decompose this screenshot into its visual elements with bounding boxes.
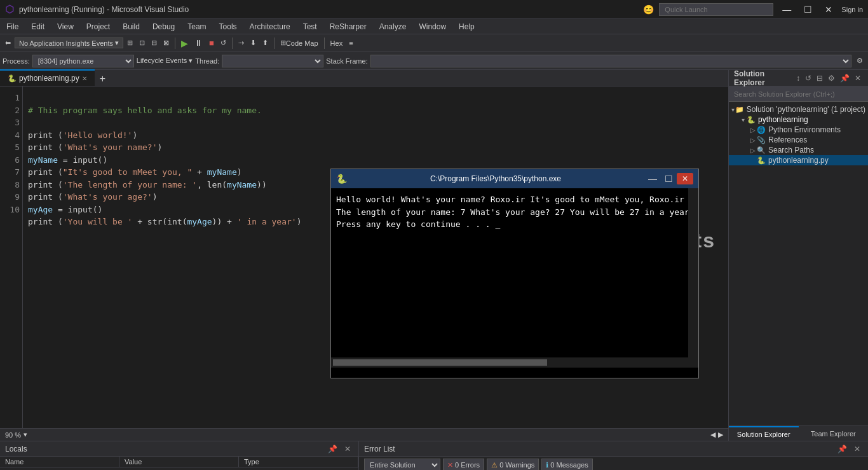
py-file-label: pythonlearning.py [768,156,829,165]
step-over[interactable]: ⇢ [236,38,247,48]
se-sync[interactable]: ↕ [794,73,802,83]
menu-help[interactable]: Help [452,19,481,34]
se-header: Solution Explorer ↕ ↺ ⊟ ⚙ 📌 ✕ [729,70,868,86]
se-properties[interactable]: ⚙ [826,73,837,83]
toolbar-icon3[interactable]: ⊟ [149,38,159,48]
tree-solution[interactable]: ▾ 📁 Solution 'pythonlearning' (1 project… [729,104,868,114]
python-hscrollbar[interactable] [331,357,688,368]
quick-launch-input[interactable] [659,3,773,16]
no-app-insights-button[interactable]: No Application Insights Events ▾ [15,38,123,48]
menu-project[interactable]: Project [80,19,116,34]
menu-team[interactable]: Team [181,19,212,34]
menu-tools[interactable]: Tools [213,19,243,34]
step-into[interactable]: ⬇ [248,38,259,48]
col-value: Value [119,457,239,467]
tab-name: pythonlearning.py [19,74,79,83]
locals-pin[interactable]: 📌 [325,444,340,454]
menu-window[interactable]: Window [412,19,452,34]
menu-architecture[interactable]: Architecture [243,19,297,34]
stack-select[interactable] [370,55,851,67]
lifecycle-label: Lifecycle Events ▾ [137,57,193,65]
python-maximize[interactable]: ☐ [661,172,677,185]
scroll-left-icon[interactable]: ◀ [710,431,715,439]
bottom-area: Locals 📌 ✕ Name Value Type Autos Locals … [0,441,868,470]
tree-project[interactable]: ▾ 🐍 pythonlearning [729,114,868,125]
toolbar-more[interactable]: ≡ [346,38,355,48]
new-tab-button[interactable]: + [97,72,108,86]
hex-label: Hex [328,39,346,47]
se-pin[interactable]: 📌 [838,73,851,83]
expand-icon: ▷ [749,127,757,134]
locals-close[interactable]: ✕ [342,444,353,454]
tree-references[interactable]: ▷ 📎 References [729,135,868,145]
debug-bar: Process: [8304] python.exe Lifecycle Eve… [0,52,868,70]
process-select[interactable]: [8304] python.exe [32,55,134,67]
code-map-button[interactable]: ⊞ Code Map [278,38,321,48]
thread-label: Thread: [195,57,219,65]
tree-search-paths[interactable]: ▷ 🔍 Search Paths [729,145,868,155]
stop-button[interactable]: ■ [207,37,217,49]
se-close[interactable]: ✕ [853,73,863,83]
info-icon: ℹ [546,461,548,469]
python-close[interactable]: ✕ [677,173,693,184]
editor-tab-active[interactable]: 🐍 pythonlearning.py ✕ [0,69,95,86]
se-footer-tab-team[interactable]: Team Explorer [799,426,869,441]
menu-test[interactable]: Test [297,19,323,34]
no-app-insights-label: No Application Insights Events [19,39,113,47]
python-title-icon: 🐍 [336,174,347,184]
title-bar-right: 😊 — ☐ ✕ Sign in [643,3,863,16]
se-collapse[interactable]: ⊟ [815,73,825,83]
tab-close-icon[interactable]: ✕ [82,75,87,82]
sign-in-button[interactable]: Sign in [841,6,863,13]
scroll-right-icon[interactable]: ▶ [718,431,723,439]
stack-label: Stack Frame: [326,57,367,65]
line-numbers: 12345 678910 [0,86,23,428]
tree-python-environments[interactable]: ▷ 🌐 Python Environments [729,125,868,135]
solution-explorer: Solution Explorer ↕ ↺ ⊟ ⚙ 📌 ✕ ▾ 📁 Soluti… [728,70,868,441]
menu-resharper[interactable]: ReSharper [323,19,373,34]
python-minimize[interactable]: — [644,172,661,185]
se-toolbar: ↕ ↺ ⊟ ⚙ 📌 ✕ [794,73,863,83]
close-button[interactable]: ✕ [821,3,836,16]
se-footer: Solution Explorer Team Explorer [729,425,868,441]
maximize-button[interactable]: ☐ [800,3,816,16]
title-bar-title: pythonlearning (Running) - Microsoft Vis… [19,5,189,14]
step-out[interactable]: ⬆ [260,38,271,48]
tree-py-file[interactable]: 🐍 pythonlearning.py [729,155,868,165]
error-panel: Error List 📌 ✕ Entire Solution ✕ 0 Error… [359,441,868,470]
thread-select[interactable] [222,55,323,67]
se-search-input[interactable] [729,86,868,102]
zoom-level: 90 % [5,431,21,439]
menu-debug[interactable]: Debug [146,19,181,34]
se-refresh[interactable]: ↺ [803,73,813,83]
error-close[interactable]: ✕ [851,444,863,454]
toolbar-back[interactable]: ⬅ [3,38,13,48]
search-paths-label: Search Paths [768,146,814,155]
play-button[interactable]: ▶ [179,37,191,50]
error-scope-select[interactable]: Entire Solution [364,459,440,470]
vs-logo-icon: ⬡ [5,3,14,15]
debug-settings[interactable]: ⚙ [854,55,865,66]
locals-panel: Locals 📌 ✕ Name Value Type Autos Locals … [0,441,359,470]
se-footer-tab-solution[interactable]: Solution Explorer [729,426,799,441]
minimize-button[interactable]: — [778,3,795,16]
toolbar-icon4[interactable]: ⊠ [161,38,172,48]
error-pin[interactable]: 📌 [835,444,850,454]
se-tree: ▾ 📁 Solution 'pythonlearning' (1 project… [729,102,868,425]
menu-file[interactable]: File [0,19,25,34]
messages-filter-button[interactable]: ℹ 0 Messages [541,459,592,470]
menu-edit[interactable]: Edit [25,19,51,34]
warnings-filter-button[interactable]: ⚠ 0 Warnings [487,459,539,470]
zoom-dropdown-icon[interactable]: ▾ [24,431,27,439]
toolbar-icon2[interactable]: ⊡ [137,38,147,48]
errors-filter-button[interactable]: ✕ 0 Errors [443,459,484,470]
menu-analyze[interactable]: Analyze [373,19,413,34]
pause-button[interactable]: ⏸ [192,37,205,49]
expand-icon: ▷ [749,147,757,154]
menu-view[interactable]: View [51,19,80,34]
menu-build[interactable]: Build [116,19,146,34]
restart-button[interactable]: ↺ [218,38,229,48]
toolbar-icon1[interactable]: ⊞ [125,38,135,48]
locals-header: Locals 📌 ✕ [0,441,358,457]
python-scrollbar[interactable] [688,188,698,368]
